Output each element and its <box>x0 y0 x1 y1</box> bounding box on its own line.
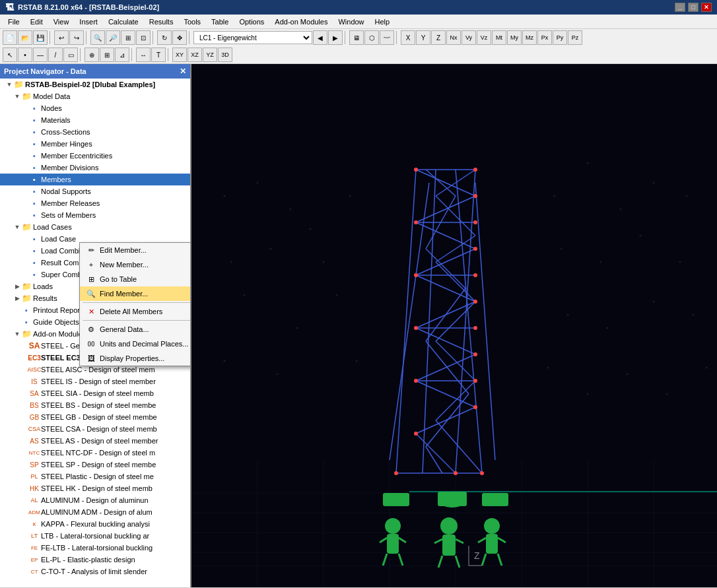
tree-materials[interactable]: ▪ Materials <box>0 114 190 126</box>
ctx-delete-all[interactable]: ✕ Delete All Members Del <box>80 304 191 319</box>
tb-new[interactable]: 📄 <box>3 30 17 45</box>
tb-prev-lc[interactable]: ◀ <box>313 30 327 45</box>
ctx-general-data[interactable]: ⚙ General Data... <box>80 322 191 337</box>
tb2-dim[interactable]: ↔ <box>136 48 151 62</box>
menu-insert[interactable]: Insert <box>74 16 103 27</box>
ctx-find-member[interactable]: 🔍 Find Member... <box>80 286 191 301</box>
tb2-top[interactable]: YZ <box>203 48 217 62</box>
tb-save[interactable]: 💾 <box>33 30 48 45</box>
tb-zoom-in[interactable]: 🔍 <box>90 30 105 45</box>
tree-steel-csa[interactable]: CSA STEEL CSA - Design of steel memb <box>0 423 190 435</box>
tb2-surface[interactable]: ▭ <box>63 48 78 62</box>
tb-undo[interactable]: ↩ <box>54 30 69 45</box>
tb2-member[interactable]: — <box>33 48 48 62</box>
tree-steel-ntcdf[interactable]: NTC STEEL NTC-DF - Design of steel m <box>0 447 190 459</box>
tb2-snap[interactable]: ⊕ <box>85 48 99 62</box>
tb-zoom-all[interactable]: ⊞ <box>121 30 135 45</box>
lc-combo[interactable]: LC1 - Eigengewicht <box>193 31 312 44</box>
tree-c-to-t[interactable]: CT C-TO-T - Analysis of limit slender <box>0 566 190 577</box>
tree-el-pl[interactable]: EP EL-PL - Elastic-plastic design <box>0 554 190 566</box>
tb2-node[interactable]: • <box>18 48 32 62</box>
al-icon: AL <box>29 496 40 505</box>
menu-window[interactable]: Window <box>333 16 369 27</box>
menu-tools[interactable]: Tools <box>178 16 206 27</box>
tree-fe-ltb[interactable]: FE FE-LTB - Lateral-torsional buckling <box>0 542 190 554</box>
tree-member-divisions[interactable]: ▪ Member Divisions <box>0 162 190 174</box>
tb-pan[interactable]: ✥ <box>172 30 187 45</box>
tb-zoom-out[interactable]: 🔎 <box>106 30 120 45</box>
maximize-button[interactable]: □ <box>688 3 699 12</box>
menu-view[interactable]: View <box>48 16 75 27</box>
tree-steel-sia[interactable]: SA STEEL SIA - Design of steel memb <box>0 387 190 399</box>
tb-px[interactable]: Px <box>537 30 552 45</box>
tb-z-axis[interactable]: Z <box>431 30 446 45</box>
tb-open[interactable]: 📂 <box>18 30 32 45</box>
menu-results[interactable]: Results <box>144 16 179 27</box>
ctx-new-member[interactable]: + New Member... <box>80 257 191 272</box>
tree-members[interactable]: ▪ Members <box>0 174 190 185</box>
tb2-ortho[interactable]: ⊿ <box>115 48 129 62</box>
close-button[interactable]: ✕ <box>701 3 712 12</box>
menu-help[interactable]: Help <box>370 16 395 27</box>
tree-member-releases[interactable]: ▪ Member Releases <box>0 197 190 209</box>
tree-kappa[interactable]: κ KAPPA - Flexural buckling analysi <box>0 518 190 530</box>
menu-addon[interactable]: Add-on Modules <box>269 16 333 27</box>
tb-pz[interactable]: Pz <box>568 30 582 45</box>
viewport[interactable]: Z <box>191 64 717 587</box>
tree-model-data[interactable]: ▼ 📁 Model Data <box>0 90 190 102</box>
tb2-text[interactable]: T <box>151 48 166 62</box>
tb-redo[interactable]: ↪ <box>69 30 84 45</box>
menu-table[interactable]: Table <box>206 16 234 27</box>
tb2-line[interactable]: / <box>48 48 63 62</box>
tree-ltb[interactable]: LT LTB - Lateral-torsional buckling ar <box>0 530 190 542</box>
tb-render[interactable]: 🖥 <box>349 30 364 45</box>
ctx-goto-table[interactable]: ⊞ Go to Table <box>80 272 191 286</box>
tree-cross-sections[interactable]: ▪ Cross-Sections <box>0 126 190 138</box>
tb-vz[interactable]: Vz <box>477 30 491 45</box>
tb-mz[interactable]: Mz <box>522 30 537 45</box>
tree-sets-of-members[interactable]: ▪ Sets of Members <box>0 209 190 221</box>
tb-wire[interactable]: ⬡ <box>364 30 379 45</box>
tree-member-hinges[interactable]: ▪ Member Hinges <box>0 138 190 150</box>
tree-steel-hk[interactable]: HK STEEL HK - Design of steel memb <box>0 482 190 494</box>
tree-steel-plastic[interactable]: PL STEEL Plastic - Design of steel me <box>0 471 190 482</box>
ctx-edit-member[interactable]: ✏ Edit Member... Enter <box>80 243 191 257</box>
tree-aluminum-adm[interactable]: ADM ALUMINUM ADM - Design of alum <box>0 506 190 518</box>
tree-load-cases[interactable]: ▼ 📁 Load Cases <box>0 221 190 233</box>
tb-py[interactable]: Py <box>553 30 567 45</box>
tb-next-lc[interactable]: ▶ <box>328 30 343 45</box>
ctx-units[interactable]: 00 Units and Decimal Places... <box>80 337 191 351</box>
tree-nodes[interactable]: ▪ Nodes <box>0 102 190 114</box>
nav-close-button[interactable]: ✕ <box>180 67 186 76</box>
menu-file[interactable]: File <box>3 16 25 27</box>
tree-nodal-supports[interactable]: ▪ Nodal Supports <box>0 185 190 197</box>
tb2-iso[interactable]: 3D <box>218 48 232 62</box>
tb-rotate[interactable]: ↻ <box>157 30 172 45</box>
tb-zoom-window[interactable]: ⊡ <box>136 30 151 45</box>
tree-steel-as[interactable]: AS STEEL AS - Design of steel member <box>0 435 190 447</box>
tree-steel-gb[interactable]: GB STEEL GB - Design of steel membe <box>0 411 190 423</box>
tree-root[interactable]: ▼ 📁 RSTAB-Beispiel-02 [Dlubal Examples] <box>0 79 190 90</box>
ns-icon: ▪ <box>29 187 40 196</box>
menu-edit[interactable]: Edit <box>25 16 48 27</box>
tree-member-eccentricities[interactable]: ▪ Member Eccentricities <box>0 150 190 162</box>
tb-mt[interactable]: Mt <box>492 30 506 45</box>
tb-vy[interactable]: Vy <box>461 30 476 45</box>
tree-steel-bs[interactable]: BS STEEL BS - Design of steel membe <box>0 399 190 411</box>
tb-nx[interactable]: Nx <box>446 30 461 45</box>
minimize-button[interactable]: _ <box>675 3 685 12</box>
tb2-side[interactable]: XZ <box>188 48 202 62</box>
menu-calculate[interactable]: Calculate <box>103 16 144 27</box>
ctx-display-props[interactable]: 🖼 Display Properties... <box>80 351 191 366</box>
tb2-select[interactable]: ↖ <box>3 48 17 62</box>
tb-y-axis[interactable]: Y <box>416 30 430 45</box>
tb-x-axis[interactable]: X <box>401 30 415 45</box>
tb2-grid[interactable]: ⊞ <box>100 48 114 62</box>
tb2-front[interactable]: XY <box>172 48 187 62</box>
tb-my[interactable]: My <box>507 30 522 45</box>
tb-deform[interactable]: 〰 <box>380 30 394 45</box>
menu-options[interactable]: Options <box>234 16 269 27</box>
tree-steel-sp[interactable]: SP STEEL SP - Design of steel membe <box>0 459 190 471</box>
tree-steel-is[interactable]: IS STEEL IS - Design of steel member <box>0 376 190 387</box>
tree-aluminum[interactable]: AL ALUMINUM - Design of aluminun <box>0 494 190 506</box>
